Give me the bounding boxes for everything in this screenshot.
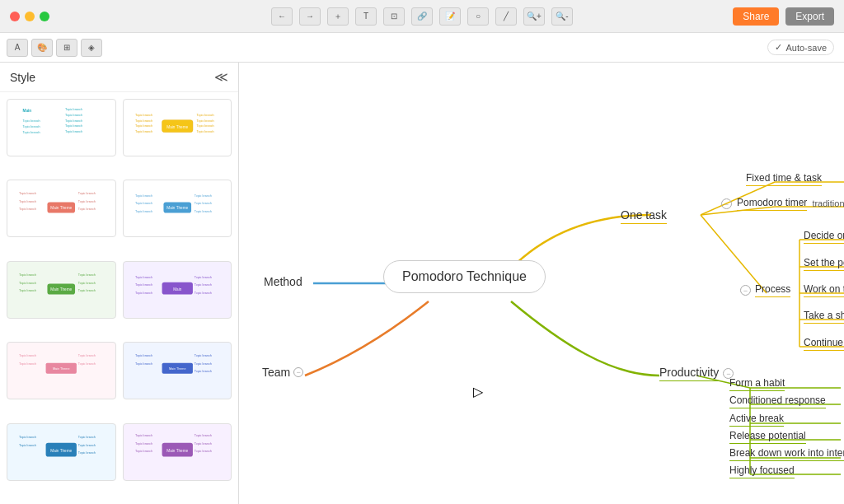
svg-text:Topic branch: Topic branch [196,130,213,133]
style-card-5[interactable]: Topic branch Topic branch Topic branch M… [7,261,116,319]
style-card-1[interactable]: Main Topic branch Topic branch Topic bra… [7,99,116,156]
close-button[interactable] [10,12,20,21]
svg-text:Topic branch: Topic branch [19,281,36,284]
svg-text:Topic branch: Topic branch [194,370,211,373]
main-toolbar: A 🎨 ⊞ ◈ ✓ Auto-save [0,33,844,63]
color-btn[interactable]: 🎨 [31,39,53,57]
svg-text:Topic branch: Topic branch [65,124,82,128]
toolbar-line[interactable]: ╱ [495,7,517,26]
toolbar-add[interactable]: ＋ [327,7,349,26]
traditionally-label: traditionally to 25 minute [812,198,844,210]
toolbar-zoom-in[interactable]: 🔍+ [523,7,545,26]
process-collapse-icon[interactable]: − [740,285,751,296]
svg-text:Main Theme: Main Theme [168,367,185,371]
style-card-7[interactable]: Topic branch Topic branch Main Theme Top… [7,342,116,399]
svg-text:Topic branch: Topic branch [194,441,211,445]
style-card-9[interactable]: Topic branch Topic branch Main Theme Top… [7,423,116,481]
svg-text:Topic branch: Topic branch [134,203,152,206]
minimize-button[interactable] [25,12,35,21]
svg-text:Topic branch: Topic branch [19,273,36,277]
svg-text:Topic branch: Topic branch [23,119,40,123]
svg-text:Topic branch: Topic branch [134,354,152,357]
toolbar-topic[interactable]: T [355,7,377,26]
toolbar-image[interactable]: ⊡ [383,7,405,26]
svg-text:Main Theme: Main Theme [50,206,72,210]
productivity-label[interactable]: Productivity [659,366,719,381]
svg-text:Topic branch: Topic branch [194,362,211,366]
set-timer-node[interactable]: Set the pomodoro timer [804,257,844,271]
pomodoro-collapse-icon[interactable]: − [721,198,732,209]
team-node[interactable]: Team − [262,366,303,380]
svg-text:Topic branch: Topic branch [134,124,152,128]
toolbar-note[interactable]: 📝 [439,7,461,26]
form-habit-node[interactable]: Form a habit [729,377,785,391]
svg-text:Topic branch: Topic branch [194,450,211,453]
svg-text:Topic branch: Topic branch [78,450,96,454]
release-potential-node[interactable]: Release potential [729,430,806,444]
style-card-3[interactable]: Topic branch Topic branch Topic branch M… [7,180,116,237]
fixed-time-node[interactable]: Fixed time & task [746,172,822,186]
maximize-button[interactable] [40,12,49,21]
toolbar-zoom-out[interactable]: 🔍- [551,7,573,26]
toolbar-back[interactable]: ← [271,7,293,26]
export-button[interactable]: Export [785,7,834,26]
svg-text:Topic branch: Topic branch [134,434,152,437]
style-card-8[interactable]: Topic branch Topic branch Main Theme Top… [123,342,232,399]
toolbar-center: ← → ＋ T ⊡ 🔗 📝 ○ ╱ 🔍+ 🔍- [271,7,573,26]
autosave-label: Auto-save [785,43,827,53]
svg-text:Topic branch: Topic branch [19,200,36,203]
svg-text:Topic branch: Topic branch [194,291,211,294]
conditioned-response-node[interactable]: Conditioned response [729,394,826,408]
autosave-icon: ✓ [775,42,782,53]
svg-text:Topic branch: Topic branch [196,114,213,117]
svg-text:Topic branch: Topic branch [65,108,82,111]
svg-text:Topic branch: Topic branch [134,114,152,117]
svg-text:Topic branch: Topic branch [78,362,96,366]
short-break-node[interactable]: Take a short break when the time [804,310,844,324]
style-card-4[interactable]: Main Theme Topic branch Topic branch Top… [123,180,232,237]
process-row: − Process [740,283,790,297]
center-node[interactable]: Pomodoro Technique [383,260,546,293]
break-down-node[interactable]: Break down work into intervals [729,447,844,461]
toolbar-shape[interactable]: ○ [467,7,489,26]
svg-text:Topic branch: Topic branch [134,194,152,198]
svg-text:Main: Main [173,287,182,292]
work-task-node[interactable]: Work on the task [804,283,844,297]
center-node-label: Pomodoro Technique [402,269,527,283]
toolbar-link[interactable]: 🔗 [411,7,433,26]
style-card-10[interactable]: Topic branch Topic branch Topic branch M… [123,423,232,481]
decide-task-node[interactable]: Decide on the task to be done [804,230,844,244]
svg-text:Topic branch: Topic branch [78,273,96,277]
svg-text:Topic branch: Topic branch [78,436,96,439]
svg-text:Topic branch: Topic branch [78,354,96,357]
svg-text:Topic branch: Topic branch [65,119,82,123]
svg-text:Topic branch: Topic branch [194,194,211,198]
traffic-lights [10,12,49,21]
team-expand-icon[interactable]: − [293,367,303,377]
sidebar-toggle[interactable]: ≪ [214,69,228,85]
svg-text:Topic branch: Topic branch [78,289,96,292]
svg-text:Topic branch: Topic branch [194,210,211,213]
canvas-area[interactable]: Pomodoro Technique Method Team − One tas… [239,63,844,504]
svg-text:Topic branch: Topic branch [194,276,211,279]
svg-text:Main Theme: Main Theme [53,367,70,371]
share-button[interactable]: Share [733,7,779,26]
style-card-6[interactable]: Main Topic branch Topic branch Topic bra… [123,261,232,319]
continue-working-node[interactable]: Continue working [804,337,844,351]
toolbar-forward[interactable]: → [299,7,321,26]
theme-btn[interactable]: ◈ [81,39,102,57]
svg-text:Topic branch: Topic branch [19,443,36,446]
method-node[interactable]: Method [264,275,302,290]
process-label: Process [755,283,790,297]
format-btn[interactable]: A [7,39,28,57]
highly-focused-node[interactable]: Highly focused [729,464,795,478]
active-break-node[interactable]: Active break [729,413,784,427]
sidebar-title: Style [10,71,35,84]
svg-text:Topic branch: Topic branch [196,124,213,128]
svg-text:Topic branch: Topic branch [78,281,96,284]
one-task-node[interactable]: One task [621,208,667,224]
pomodoro-timer-label[interactable]: Pomodoro timer [737,197,807,211]
layout-btn[interactable]: ⊞ [56,39,77,57]
svg-text:Topic branch: Topic branch [23,125,40,128]
style-card-2[interactable]: Main Theme Topic branch Topic branch Top… [123,99,232,156]
